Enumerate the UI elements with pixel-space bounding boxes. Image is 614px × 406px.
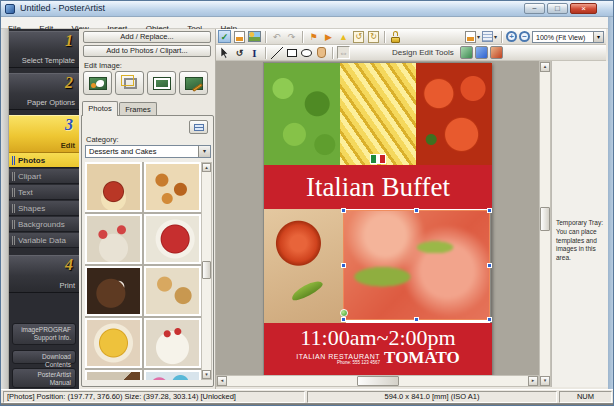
check-design-icon[interactable]: ✓ <box>218 30 231 43</box>
grid-dropdown[interactable]: ▾ <box>482 31 497 42</box>
pan-tool[interactable] <box>315 46 328 59</box>
photo-thumbnail[interactable] <box>85 318 142 368</box>
pasta-image[interactable] <box>340 63 416 165</box>
photo-thumbnail[interactable] <box>144 162 201 212</box>
line-tool[interactable] <box>270 46 283 59</box>
insert-image-icon[interactable] <box>248 30 261 43</box>
redo-icon[interactable]: ↷ <box>285 30 298 43</box>
flip-icon[interactable]: ▲ <box>337 30 350 43</box>
photo-thumbnail[interactable] <box>85 214 142 264</box>
selection-handle[interactable] <box>487 263 492 268</box>
trim-button[interactable] <box>115 71 144 95</box>
selection-handle[interactable] <box>341 208 346 213</box>
design-tool-2-icon[interactable] <box>475 46 488 59</box>
select-tool[interactable] <box>218 46 231 59</box>
photo-thumbnail[interactable] <box>85 370 142 380</box>
minimize-button[interactable]: − <box>524 3 545 14</box>
poster-bottom-band[interactable]: 11:00am~2:00pm ITALIAN RESTAURANT Phone:… <box>264 323 492 375</box>
selection-handle[interactable] <box>341 317 346 322</box>
step-paper-options[interactable]: 2 Paper Options <box>9 73 79 110</box>
zoom-out-icon[interactable]: − <box>519 31 530 42</box>
selection-box[interactable] <box>343 210 490 320</box>
photo-thumbnail[interactable] <box>144 214 201 264</box>
distribute-icon[interactable]: ▶ <box>322 30 335 43</box>
tab-photos[interactable]: Photos <box>82 101 118 116</box>
add-image-icon[interactable] <box>233 30 246 43</box>
add-replace-button[interactable]: Add / Replace... <box>83 31 211 43</box>
poster-title[interactable]: Italian Buffet <box>264 165 492 209</box>
sidebar-item-text[interactable]: Text <box>9 185 79 200</box>
scroll-right-icon[interactable]: ▸ <box>528 376 538 386</box>
zoom-in-icon[interactable]: + <box>506 31 517 42</box>
restaurant-name[interactable]: TOMATO <box>384 350 460 365</box>
selection-handle[interactable] <box>487 317 492 322</box>
thumbnail-view-button[interactable] <box>189 120 208 134</box>
close-button[interactable]: × <box>570 3 597 14</box>
frame-button[interactable] <box>147 71 176 95</box>
selection-handle[interactable] <box>487 208 492 213</box>
italian-flag-icon[interactable] <box>370 154 386 164</box>
cutout-button[interactable] <box>83 71 112 95</box>
text-tool[interactable]: I <box>248 46 261 59</box>
poster-title-band[interactable]: Italian Buffet <box>264 165 492 209</box>
scroll-down-icon[interactable]: ▾ <box>202 370 211 379</box>
category-dropdown[interactable]: Desserts and Cakes ▾ <box>85 145 211 158</box>
photo-scrollbar[interactable]: ▴ ▾ <box>201 162 212 380</box>
design-tool-3-icon[interactable] <box>490 46 503 59</box>
design-canvas[interactable]: Italian Buffet 11:00am~2:00pm ITALIAN RE… <box>216 61 539 375</box>
sidebar-item-clipart[interactable]: Clipart <box>9 169 79 184</box>
photo-thumbnail[interactable] <box>144 370 201 380</box>
photo-thumbnail[interactable] <box>144 266 201 316</box>
lock-icon[interactable] <box>389 30 402 43</box>
arrange-tool[interactable]: ⇔ <box>337 46 350 59</box>
scroll-up-icon[interactable]: ▴ <box>202 163 211 172</box>
add-to-photos-clipart-button[interactable]: Add to Photos / Clipart... <box>83 45 211 57</box>
selection-handle[interactable] <box>414 208 419 213</box>
scroll-down-icon[interactable]: ▾ <box>540 376 550 386</box>
retouch-button[interactable] <box>179 71 208 95</box>
poster-page[interactable]: Italian Buffet 11:00am~2:00pm ITALIAN RE… <box>263 62 491 375</box>
rotate-handle[interactable] <box>340 309 348 317</box>
dropdown-arrow-icon[interactable]: ▾ <box>593 32 603 42</box>
photo-thumbnail[interactable] <box>144 318 201 368</box>
tomato-pea-image[interactable] <box>264 209 346 323</box>
rotate-left-icon[interactable]: ↺ <box>352 30 365 43</box>
step-edit[interactable]: 3 Edit <box>9 115 79 153</box>
scroll-thumb[interactable] <box>202 261 211 279</box>
maximize-button[interactable]: □ <box>547 3 568 14</box>
tomatoes-image[interactable] <box>416 63 492 165</box>
titlebar[interactable]: Untitled - PosterArtist − □ × <box>1 1 613 17</box>
posterartist-manual-button[interactable]: PosterArtist Manual <box>12 368 76 388</box>
rotate-right-icon[interactable]: ↻ <box>367 30 380 43</box>
sidebar-item-photos[interactable]: Photos <box>9 153 79 168</box>
align-icon[interactable]: ⚑ <box>307 30 320 43</box>
scroll-thumb[interactable] <box>357 376 399 386</box>
step-print[interactable]: 4 Print <box>9 255 79 293</box>
photo-thumbnail[interactable] <box>85 162 142 212</box>
dropdown-arrow-icon[interactable]: ▾ <box>198 146 210 157</box>
sidebar-item-shapes[interactable]: Shapes <box>9 201 79 216</box>
temporary-tray[interactable]: Temporary Tray: You can place templates … <box>551 61 608 387</box>
undo-icon[interactable]: ↶ <box>270 30 283 43</box>
scroll-thumb[interactable] <box>540 207 550 231</box>
restaurant-phone[interactable]: Phone: 555 123 4567 <box>296 360 380 365</box>
selection-handle[interactable] <box>414 317 419 322</box>
sidebar-item-backgrounds[interactable]: Backgrounds <box>9 217 79 232</box>
ellipse-tool[interactable] <box>300 46 313 59</box>
scroll-left-icon[interactable]: ◂ <box>217 376 227 386</box>
lettuce-image[interactable] <box>264 63 340 165</box>
photo-thumbnail[interactable] <box>85 266 142 316</box>
restaurant-label[interactable]: ITALIAN RESTAURANT <box>296 353 380 360</box>
rotate-tool[interactable]: ↺ <box>233 46 246 59</box>
page-layout-dropdown[interactable]: ▾ <box>465 31 480 43</box>
download-contents-button[interactable]: Download Contents <box>12 350 76 364</box>
step-select-template[interactable]: 1 Select Template <box>9 31 79 68</box>
design-tool-1-icon[interactable] <box>460 46 473 59</box>
zoom-level-select[interactable]: 100% (Fit View) ▾ <box>532 31 604 43</box>
sidebar-item-variable-data[interactable]: Variable Data <box>9 233 79 248</box>
canvas-horizontal-scrollbar[interactable]: ◂ ▸ <box>216 375 539 387</box>
tab-frames[interactable]: Frames <box>119 102 157 116</box>
imageprograf-support-button[interactable]: imagePROGRAF Support Info. <box>12 323 76 345</box>
rectangle-tool[interactable] <box>285 46 298 59</box>
scroll-up-icon[interactable]: ▴ <box>540 62 550 72</box>
